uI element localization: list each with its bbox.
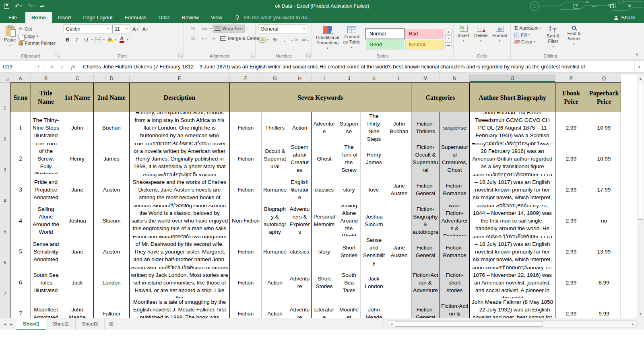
cell-O7[interactable]: John Griffith London (January 12, 1876 –… <box>470 267 555 298</box>
cell-E8[interactable]: Moonfleet is a tale of smuggling by the … <box>130 298 230 318</box>
cell-Q7[interactable]: 8.99 <box>587 267 621 298</box>
collapse-ribbon-button[interactable]: ∧ <box>636 52 638 56</box>
align-center-button[interactable] <box>191 37 195 40</box>
cell-I7[interactable]: Short Stories <box>312 267 337 298</box>
underline-button[interactable]: U <box>82 35 90 44</box>
increase-font-size-button[interactable]: A▲ <box>131 25 140 33</box>
tab-formulas[interactable]: Formulas <box>119 12 153 23</box>
column-header-L[interactable]: L <box>387 74 411 82</box>
cell-F5[interactable]: Non-Fiction <box>230 205 262 236</box>
vertical-scroll-thumb[interactable] <box>638 83 643 220</box>
new-sheet-button[interactable]: ⊕ <box>109 318 114 330</box>
cell-J7[interactable]: South Sea Tales <box>337 267 361 298</box>
comma-style-button[interactable]: , <box>281 35 289 44</box>
cell-C7[interactable]: Jack <box>61 267 94 298</box>
cell-N8[interactable]: Fiction›Action & Adventure <box>440 298 470 318</box>
cell-style-good[interactable]: Good <box>366 40 404 49</box>
decrease-indent-button[interactable]: ⇤≡ <box>200 35 208 42</box>
font-dialog-launcher-icon[interactable]: ↘ <box>178 54 183 58</box>
cell-A2[interactable]: 1 <box>10 112 31 143</box>
cell-Q3[interactable]: 10.99 <box>587 143 621 174</box>
scroll-up-button[interactable]: ▲ <box>637 74 644 82</box>
expand-formula-bar-button[interactable]: ▾ <box>634 61 644 72</box>
column-header-H[interactable]: H <box>288 74 312 82</box>
cell-N4[interactable]: Fiction-Romance <box>440 174 470 205</box>
cell-B2[interactable]: The Thirty-Nine Steps Illustrated <box>31 112 61 143</box>
cell-M2[interactable]: Fiction-Thrillers <box>411 112 440 143</box>
cell-O4[interactable]: Jane Austen (16 December 1775 – 18 July … <box>470 174 555 205</box>
horizontal-scroll-thumb[interactable] <box>395 321 543 327</box>
cell-F4[interactable]: Fiction <box>230 174 262 205</box>
minimize-button[interactable]: — <box>585 0 603 12</box>
name-box[interactable]: O19▾ <box>0 61 42 72</box>
customize-qat-button[interactable]: ▬▾ <box>40 4 45 8</box>
column-header-K[interactable]: K <box>361 74 387 82</box>
cell-L4[interactable]: Jane Austen <box>387 174 411 205</box>
cell-P7[interactable]: 2.99 <box>555 267 587 298</box>
sheet-tab-sheet2[interactable]: Sheet2 <box>46 318 76 330</box>
cell-O6[interactable]: Jane Austen (16 December 1775 – 18 July … <box>470 236 555 267</box>
increase-indent-button[interactable]: ⇥≡ <box>210 35 218 42</box>
paste-button[interactable]: Paste ▾ <box>2 25 17 52</box>
decrease-font-size-button[interactable]: A▼ <box>141 25 150 33</box>
horizontal-scrollbar[interactable]: ◂ ▸ <box>388 320 637 328</box>
tab-insert[interactable]: Insert <box>52 12 77 23</box>
cell-A6[interactable]: 5 <box>10 236 31 267</box>
cell-G8[interactable]: Action <box>262 298 288 318</box>
cell-E6[interactable]: Elinor and Marianne are two daughters of… <box>130 236 230 267</box>
cell-B6[interactable]: Sense and Sensibility Annotated <box>31 236 61 267</box>
cell-O5[interactable]: Joshua Slocum (February 20, 1844 – Novem… <box>470 205 555 236</box>
cell-D4[interactable]: Austen <box>94 174 130 205</box>
cell-K3[interactable]: Henry James <box>361 143 387 174</box>
cell-C8[interactable]: John Meade <box>61 298 94 318</box>
underline-dropdown-icon[interactable]: ▾ <box>91 38 93 41</box>
font-name-select[interactable]: Calibri▾ <box>64 25 111 33</box>
cell-P2[interactable]: 2.99 <box>555 112 587 143</box>
cell-A8[interactable]: 7 <box>10 298 31 318</box>
row-number-2[interactable]: 2 <box>0 112 10 143</box>
cell-E1[interactable]: Desrciption <box>130 82 230 112</box>
delete-cells-button[interactable]: Delete ▾ <box>473 25 489 52</box>
cell-P4[interactable]: 2.99 <box>555 174 587 205</box>
insert-cells-button[interactable]: Insert ▾ <box>456 25 471 52</box>
increase-decimal-button[interactable]: ←.00 <box>290 35 299 44</box>
column-header-D[interactable]: D <box>94 74 130 82</box>
cell-E2[interactable]: Hanney, an expatriated Scot, returns fro… <box>130 112 230 143</box>
cell-E3[interactable]: The Turn of the Screw is a short novel o… <box>130 143 230 174</box>
insert-function-button[interactable]: fx <box>67 61 79 72</box>
cell-D8[interactable]: Falkner <box>94 298 130 318</box>
cell-P3[interactable]: 2.99 <box>555 143 587 174</box>
alignment-dialog-launcher-icon[interactable]: ↘ <box>250 54 254 58</box>
tab-data[interactable]: Data <box>153 12 175 23</box>
tab-review[interactable]: Review <box>175 12 205 23</box>
row-number-8[interactable]: 8 <box>0 298 10 318</box>
orientation-button[interactable]: ab <box>200 25 208 32</box>
cell-J6[interactable]: Short Stories <box>337 236 361 267</box>
middle-align-button[interactable] <box>191 27 195 30</box>
accounting-format-button[interactable]: $▾ <box>258 37 270 43</box>
redo-button[interactable]: ↷▾ <box>27 3 34 9</box>
gallery-down-button[interactable]: ▼ <box>445 35 452 41</box>
formula-bar-handle[interactable]: ⋮ <box>42 61 47 72</box>
cell-N5[interactable]: Non-Fiction-Adventurers & Explorers <box>440 205 470 236</box>
cell-P8[interactable]: 2.99 <box>555 298 587 318</box>
cell-G4[interactable]: Romance <box>262 174 288 205</box>
tab-file[interactable]: File <box>0 12 25 23</box>
cell-G6[interactable]: Romance <box>262 236 288 267</box>
scroll-left-button[interactable]: ◂ <box>388 321 395 327</box>
italic-button[interactable]: I <box>73 35 81 44</box>
cell-M5[interactable]: Non-Fiction-Biography & autobiography <box>411 205 440 236</box>
decrease-decimal-button[interactable]: .00→ <box>300 35 310 44</box>
cell-H5[interactable]: Adventurers & Explorers <box>288 205 312 236</box>
cell-H7[interactable]: Adventure <box>288 267 312 298</box>
cell-P1[interactable]: Ebook Price <box>555 82 587 112</box>
cell-D2[interactable]: Buchan <box>94 112 130 143</box>
autosum-button[interactable]: ΣAutoSum▾ <box>513 25 543 31</box>
column-header-G[interactable]: G <box>262 74 288 82</box>
cell-B5[interactable]: Sailing Alone Around the World <box>31 205 61 236</box>
cancel-entry-button[interactable]: ✕ <box>47 61 57 72</box>
cell-D6[interactable]: Austen <box>94 236 130 267</box>
share-button[interactable]: Share <box>614 12 644 23</box>
cell-J3[interactable]: The Turn of the Screw <box>337 143 361 174</box>
cell-G2[interactable]: Thrillers <box>262 112 288 143</box>
